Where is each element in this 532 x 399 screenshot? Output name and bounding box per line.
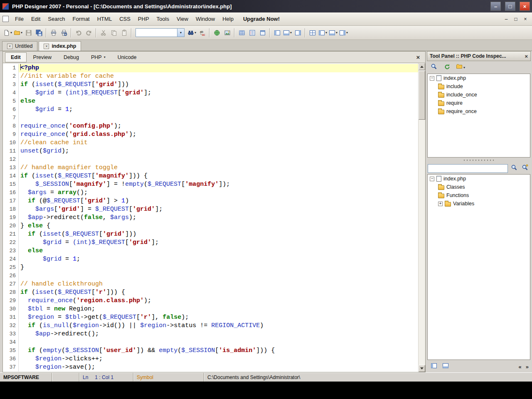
line-content[interactable]: $grid = 1;: [19, 106, 418, 114]
insert-list-button[interactable]: [247, 27, 257, 38]
line-content[interactable]: $region->clicks++;: [19, 355, 418, 363]
line-content[interactable]: } else {: [19, 222, 418, 230]
menu-window[interactable]: Window: [192, 14, 219, 24]
panel-next-button[interactable]: »: [526, 364, 529, 370]
code-line[interactable]: 23 else: [3, 247, 418, 255]
tree-item-classes[interactable]: Classes: [428, 183, 530, 191]
upgrade-now-link[interactable]: Upgrade Now!: [243, 16, 280, 22]
code-line[interactable]: 14if (isset($_REQUEST['magnify'])) {: [3, 172, 418, 180]
dropdown-arrow-icon[interactable]: ▾: [346, 31, 348, 34]
editor-tab-debug[interactable]: Debug: [58, 53, 84, 62]
code-line[interactable]: 1<?php: [3, 64, 418, 72]
menu-css[interactable]: CSS: [116, 14, 134, 24]
save-all-button[interactable]: [34, 27, 44, 38]
editor-tab-preview[interactable]: Preview: [28, 53, 57, 62]
close-button[interactable]: ×: [520, 2, 530, 11]
editor-vertical-scrollbar[interactable]: [418, 63, 425, 372]
code-line[interactable]: 26: [3, 272, 418, 280]
dropdown-arrow-icon[interactable]: ▾: [10, 31, 12, 34]
code-line[interactable]: 34: [3, 338, 418, 347]
tab-close-icon[interactable]: ×: [44, 44, 49, 49]
dock-panel-button[interactable]: [429, 362, 439, 372]
toggle-right-panel-button[interactable]: [293, 27, 303, 38]
tree-root-index-php[interactable]: −index.php: [428, 74, 530, 82]
tree-item-functions[interactable]: Functions: [428, 191, 530, 200]
code-line[interactable]: 8require_once('config.php');: [3, 122, 418, 131]
line-content[interactable]: $app->redirect(false, $args);: [19, 214, 418, 222]
line-content[interactable]: $region->save();: [19, 363, 418, 372]
code-explorer-button[interactable]: ▾: [318, 27, 328, 38]
scroll-down-icon[interactable]: [419, 365, 425, 372]
code-line[interactable]: 27// handle clickthrough: [3, 280, 418, 288]
code-line[interactable]: 33 $app->redirect();: [3, 330, 418, 338]
menu-view[interactable]: View: [173, 14, 192, 24]
line-content[interactable]: require_once('region.class.php');: [19, 297, 418, 305]
code-line[interactable]: 12: [3, 155, 418, 164]
clipboard-panel-button[interactable]: [257, 27, 268, 38]
inspector-search-advanced-button[interactable]: [520, 163, 530, 173]
line-content[interactable]: [19, 114, 418, 122]
inspect-code-button[interactable]: [429, 62, 439, 72]
tree-item-require[interactable]: require: [428, 99, 530, 107]
code-line[interactable]: 28if (isset($_REQUEST['r'])) {: [3, 288, 418, 297]
expand-icon[interactable]: +: [438, 202, 443, 206]
scroll-up-icon[interactable]: [419, 63, 425, 70]
collapse-icon[interactable]: −: [430, 76, 434, 81]
line-content[interactable]: $app->redirect();: [19, 330, 418, 338]
code-lines[interactable]: 1<?php2//init variable for cache3if (iss…: [3, 63, 418, 372]
dropdown-arrow-icon[interactable]: ▾: [104, 55, 106, 59]
editor-tab-edit[interactable]: Edit: [5, 52, 27, 62]
code-line[interactable]: 15 $_SESSION['magnify'] = !empty($_REQUE…: [3, 180, 418, 189]
line-content[interactable]: }: [19, 264, 418, 272]
line-content[interactable]: // handle magnifier toggle: [19, 164, 418, 172]
menu-tools[interactable]: Tools: [153, 14, 173, 24]
line-content[interactable]: if (isset($_REQUEST['grid'])): [19, 81, 418, 89]
code-line[interactable]: 20} else {: [3, 222, 418, 230]
line-content[interactable]: if (is_null($region->id()) || $region->s…: [19, 322, 418, 330]
menu-edit[interactable]: Edit: [27, 14, 44, 24]
code-line[interactable]: 13// handle magnifier toggle: [3, 164, 418, 172]
code-line[interactable]: 9require_once('grid.class.php');: [3, 131, 418, 139]
line-content[interactable]: $grid = 1;: [19, 255, 418, 264]
code-line[interactable]: 22 $grid = (int)$_REQUEST['grid'];: [3, 239, 418, 247]
browser-sync-button[interactable]: [212, 27, 222, 38]
line-content[interactable]: if (@$_REQUEST['grid'] > 1): [19, 197, 418, 205]
collapse-icon[interactable]: −: [430, 177, 434, 181]
insert-table-button[interactable]: [236, 27, 247, 38]
line-content[interactable]: else: [19, 97, 418, 106]
tool-panel-close-icon[interactable]: ×: [525, 53, 528, 59]
replace-button[interactable]: abac: [197, 27, 207, 38]
code-line[interactable]: 37 $region->save();: [3, 363, 418, 372]
dropdown-arrow-icon[interactable]: ▾: [463, 66, 465, 69]
line-content[interactable]: unset($grid);: [19, 147, 418, 155]
code-line[interactable]: 16 $args = array();: [3, 189, 418, 197]
menu-help[interactable]: Help: [219, 14, 237, 24]
insert-image-button[interactable]: [222, 27, 232, 38]
code-line[interactable]: 31 $region = $tbl->get($_REQUEST['r'], f…: [3, 313, 418, 322]
dropdown-arrow-icon[interactable]: ▾: [21, 31, 22, 34]
dropdown-arrow-icon[interactable]: ▾: [325, 31, 327, 34]
code-line[interactable]: 30 $tbl = new Region;: [3, 305, 418, 313]
tool-panels-button[interactable]: ▾: [338, 27, 349, 38]
code-editor[interactable]: 1<?php2//init variable for cache3if (iss…: [2, 63, 426, 372]
code-line[interactable]: 24 $grid = 1;: [3, 255, 418, 264]
code-line[interactable]: 21 if (isset($_REQUEST['grid'])): [3, 230, 418, 239]
menu-format[interactable]: Format: [69, 14, 94, 24]
new-file-button[interactable]: ▾: [2, 27, 13, 38]
code-line[interactable]: 29 require_once('region.class.php');: [3, 297, 418, 305]
line-content[interactable]: $args = array();: [19, 189, 418, 197]
tree-root-index-php[interactable]: −index.php: [428, 175, 530, 183]
toggle-split-view-button[interactable]: [307, 27, 318, 38]
inspector-search-input[interactable]: [428, 164, 508, 173]
panel-prev-button[interactable]: «: [519, 364, 522, 370]
line-content[interactable]: if (isset($_REQUEST['r'])) {: [19, 288, 418, 297]
editor-close-icon[interactable]: ×: [413, 54, 423, 61]
line-content[interactable]: require_once('config.php');: [19, 122, 418, 131]
print-button[interactable]: [48, 27, 59, 38]
combobox-dropdown-icon[interactable]: ▾: [177, 29, 184, 37]
find-button[interactable]: ▾: [187, 27, 197, 38]
code-line[interactable]: 35 if (empty($_SESSION['user_id']) && em…: [3, 347, 418, 355]
line-content[interactable]: $_SESSION['magnify'] = !empty($_REQUEST[…: [19, 180, 418, 189]
print-preview-button[interactable]: [59, 27, 69, 38]
line-content[interactable]: require_once('grid.class.php');: [19, 131, 418, 139]
